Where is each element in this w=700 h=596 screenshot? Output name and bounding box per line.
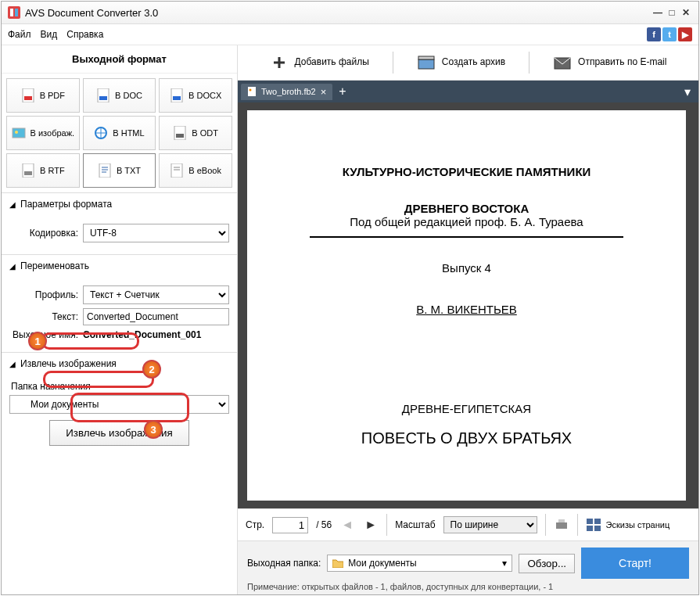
plus-icon [270,55,289,70]
tab-more-button[interactable]: ▾ [680,84,695,99]
docx-icon [170,88,184,102]
maximize-button[interactable]: □ [666,7,678,18]
svg-rect-18 [418,59,434,69]
separator [545,514,546,536]
document-preview[interactable]: КУЛЬТУРНО-ИСТОРИЧЕСКИЕ ПАМЯТНИКИ ДРЕВНЕГ… [247,110,686,501]
separator [386,514,387,536]
pdf-icon [21,88,35,102]
profile-label: Профиль: [9,289,78,300]
format-odt[interactable]: В ODT [159,116,232,150]
window-title: AVS Document Converter 3.0 [25,7,652,19]
svg-rect-8 [173,96,181,100]
fb2-icon [247,87,257,96]
menu-file[interactable]: Файл [8,29,31,40]
svg-rect-0 [8,6,20,19]
top-toolbar: Добавить файлы Создать архив Отправить п… [238,45,698,81]
svg-rect-25 [587,519,593,524]
svg-rect-2 [15,9,18,16]
tab-strip: Two_broth.fb2 × + ▾ [238,81,698,102]
separator [529,52,529,74]
send-email-button[interactable]: Отправить по E-mail [545,52,674,74]
caret-down-icon: ◢ [9,360,20,368]
format-ebook[interactable]: В eBook [159,153,232,188]
tab-add-button[interactable]: + [332,84,352,99]
start-button[interactable]: Старт! [581,548,689,579]
separator [577,514,578,536]
format-doc[interactable]: В DOC [83,78,156,113]
section-format-params[interactable]: ◢Параметры формата [2,193,237,215]
svg-rect-15 [24,171,32,175]
preview-story-line1: ДРЕВНЕ-ЕГИПЕТСКАЯ [271,402,662,415]
page-input[interactable] [272,517,308,533]
zoom-select[interactable]: По ширине [443,516,537,533]
zoom-label: Масштаб [395,519,435,530]
next-page-button[interactable]: ► [363,518,379,532]
section-extract-images[interactable]: ◢Извлечь изображения [2,353,237,375]
encoding-select[interactable]: UTF-8 [83,224,229,242]
format-image[interactable]: В изображ. [6,116,80,150]
output-format-header: Выходной формат [2,45,237,74]
text-input[interactable] [83,308,229,325]
left-panel: Выходной формат В PDF В DOC В DOCX В изо… [2,45,238,594]
titlebar: AVS Document Converter 3.0 — □ ✕ [2,2,698,24]
svg-rect-16 [99,163,110,178]
preview-title-2: ДРЕВНЕГО ВОСТОКА [271,202,662,215]
section-rename[interactable]: ◢Переименовать [2,255,237,277]
add-files-button[interactable]: Добавить файлы [262,52,377,74]
preview-area: КУЛЬТУРНО-ИСТОРИЧЕСКИЕ ПАМЯТНИКИ ДРЕВНЕГ… [238,102,698,508]
outname-label: Выходное имя: [9,329,78,340]
minimize-button[interactable]: — [652,7,664,18]
svg-rect-27 [587,526,593,531]
svg-rect-28 [594,526,601,531]
format-pdf[interactable]: В PDF [6,78,80,113]
output-folder-select[interactable]: Мои документы ▾ [327,555,512,572]
svg-rect-5 [98,88,109,102]
document-tab[interactable]: Two_broth.fb2 × [241,84,332,100]
dest-folder-label: Папка назначения [11,381,229,392]
prev-page-button[interactable]: ◄ [339,518,355,532]
menu-help[interactable]: Справка [66,29,103,40]
bottom-bar: Выходная папка: Мои документы ▾ Обзор...… [238,540,698,594]
format-txt[interactable]: В TXT [83,153,156,188]
caret-down-icon: ◢ [9,262,20,271]
folder-icon [332,558,343,568]
separator [393,52,393,74]
archive-icon [417,55,436,70]
svg-rect-3 [23,88,34,102]
create-archive-button[interactable]: Создать архив [409,52,513,74]
svg-rect-21 [248,87,256,96]
page-label: Стр. [246,519,264,530]
browse-button[interactable]: Обзор... [519,554,575,573]
tab-close-icon[interactable]: × [321,87,327,97]
close-button[interactable]: ✕ [680,7,692,18]
menu-view[interactable]: Вид [41,29,58,40]
thumbnails-icon [586,518,601,532]
svg-rect-7 [171,88,182,102]
chevron-down-icon: ▾ [502,558,507,569]
format-html[interactable]: В HTML [83,116,156,150]
preview-subtitle: Под общей редакцией проф. Б. А. Тураева [271,215,662,228]
page-navigation: Стр. / 56 ◄ ► Масштаб По ширине Эскизы с… [238,508,698,540]
svg-rect-6 [99,96,107,100]
extract-images-button[interactable]: Извлечь изображения [49,420,188,446]
text-label: Текст: [9,311,78,322]
svg-point-22 [249,89,252,92]
facebook-icon[interactable]: f [647,27,661,41]
youtube-icon[interactable]: ▶ [678,27,692,41]
format-docx[interactable]: В DOCX [159,78,232,113]
svg-rect-24 [558,519,565,522]
format-grid: В PDF В DOC В DOCX В изображ. В HTML В O… [2,74,237,192]
print-icon[interactable] [554,518,569,532]
dest-folder-select[interactable]: Мои документы [9,395,229,414]
encoding-label: Кодировка: [9,228,78,239]
format-rtf[interactable]: В RTF [6,153,80,188]
twitter-icon[interactable]: t [662,27,677,41]
rtf-icon [21,163,35,178]
txt-icon [98,163,112,178]
profile-select[interactable]: Текст + Счетчик [83,285,229,304]
thumbnails-button[interactable]: Эскизы страниц [586,518,670,532]
preview-divider [310,236,623,238]
app-icon [8,6,20,19]
svg-rect-4 [24,96,32,100]
odt-icon [173,126,187,140]
